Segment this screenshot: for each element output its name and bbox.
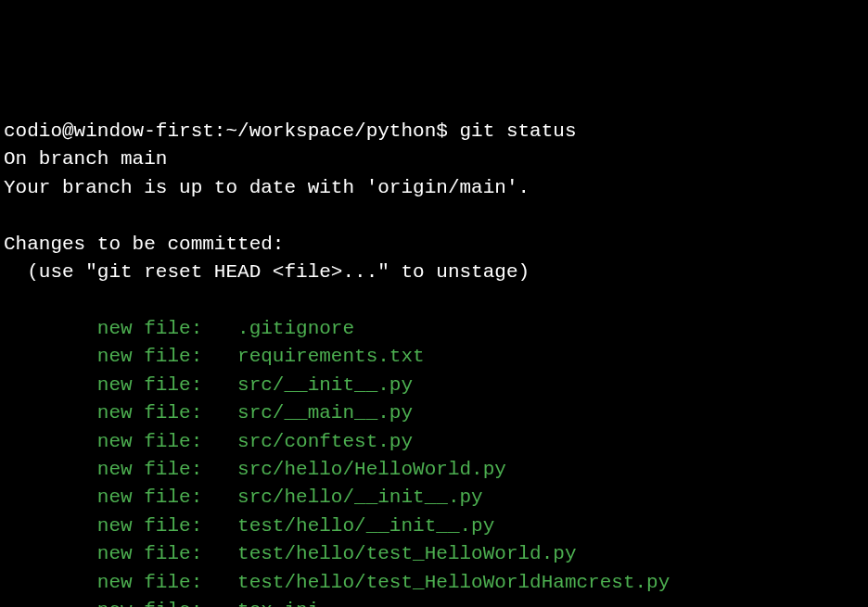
command-text: git status (459, 120, 576, 142)
branch-line: On branch main (4, 148, 167, 170)
staged-file-row: new file: requirements.txt (4, 346, 425, 367)
upstream-line: Your branch is up to date with 'origin/m… (4, 177, 530, 198)
section-header: Changes to be committed: (4, 234, 284, 255)
unstage-hint: (use "git reset HEAD <file>..." to unsta… (4, 261, 530, 283)
terminal-output[interactable]: codio@window-first:~/workspace/python$ g… (4, 118, 864, 607)
staged-file-row: new file: .gitignore (4, 318, 354, 339)
staged-file-row: new file: src/conftest.py (4, 431, 413, 452)
staged-file-row: new file: tox.ini (4, 600, 319, 607)
staged-files-list: new file: .gitignore new file: requireme… (4, 318, 670, 607)
staged-file-row: new file: src/__main__.py (4, 402, 413, 424)
staged-file-row: new file: src/hello/__init__.py (4, 487, 483, 508)
shell-prompt: codio@window-first:~/workspace/python$ (4, 120, 459, 142)
staged-file-row: new file: test/hello/__init__.py (4, 515, 494, 537)
staged-file-row: new file: src/hello/HelloWorld.py (4, 459, 506, 480)
staged-file-row: new file: test/hello/test_HelloWorldHamc… (4, 572, 670, 593)
staged-file-row: new file: src/__init__.py (4, 374, 413, 396)
staged-file-row: new file: test/hello/test_HelloWorld.py (4, 543, 577, 564)
